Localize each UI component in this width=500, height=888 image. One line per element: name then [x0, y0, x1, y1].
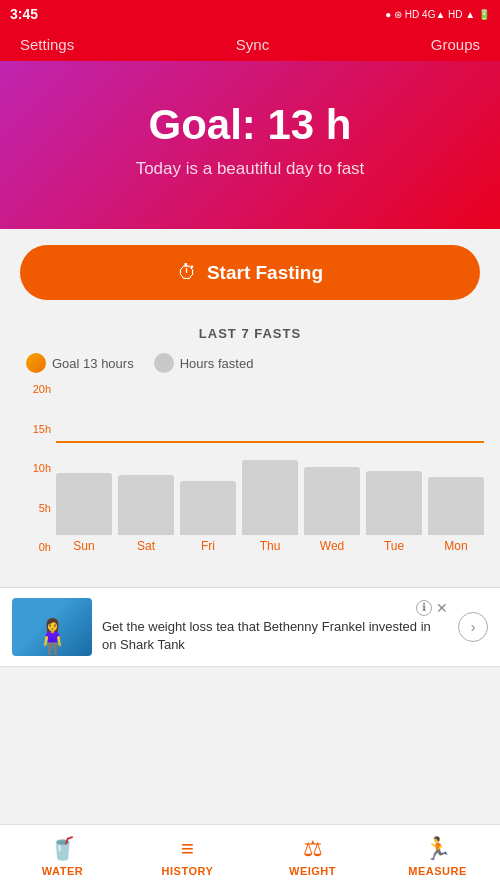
chart-wrapper: 20h 15h 10h 5h 0h SunSatFriThuWedTueMon — [16, 383, 484, 583]
groups-link[interactable]: Groups — [431, 36, 480, 53]
bar-group-wed: Wed — [304, 467, 360, 553]
chart-legend: Goal 13 hours Hours fasted — [16, 353, 484, 373]
ad-inner: 🧍‍♀️ ℹ ✕ Get the weight loss tea that Be… — [0, 588, 500, 666]
bar-tue — [366, 471, 422, 535]
bar-group-tue: Tue — [366, 471, 422, 553]
status-bar: 3:45 ● ⊛ HD 4G▲ HD ▲ 🔋 — [0, 0, 500, 28]
nav-measure-label: MEASURE — [408, 865, 467, 877]
goal-title: Goal: 13 h — [20, 101, 480, 149]
bottom-nav: 🥤 WATER ≡ HISTORY ⚖ WEIGHT 🏃 MEASURE — [0, 824, 500, 888]
fasted-dot — [154, 353, 174, 373]
legend-goal-label: Goal 13 hours — [52, 356, 134, 371]
nav-weight[interactable]: ⚖ WEIGHT — [250, 825, 375, 888]
bar-mon — [428, 477, 484, 535]
start-btn-label: Start Fasting — [207, 262, 323, 284]
button-container: ⏱ Start Fasting — [0, 229, 500, 316]
top-nav: Settings Sync Groups — [0, 28, 500, 61]
bar-label-mon: Mon — [444, 539, 467, 553]
ad-text: Get the weight loss tea that Bethenny Fr… — [102, 618, 448, 654]
chart-title: LAST 7 FASTS — [16, 326, 484, 341]
status-icons: ● ⊛ HD 4G▲ HD ▲ 🔋 — [385, 9, 490, 20]
ad-text-block: ℹ ✕ Get the weight loss tea that Bethenn… — [102, 600, 448, 654]
network-icons: ● ⊛ HD 4G▲ HD ▲ 🔋 — [385, 9, 490, 20]
nav-measure[interactable]: 🏃 MEASURE — [375, 825, 500, 888]
bar-label-sat: Sat — [137, 539, 155, 553]
ad-banner: 🧍‍♀️ ℹ ✕ Get the weight loss tea that Be… — [0, 587, 500, 667]
ad-image: 🧍‍♀️ — [12, 598, 92, 656]
ad-figure: 🧍‍♀️ — [30, 620, 75, 656]
bar-label-thu: Thu — [260, 539, 281, 553]
bar-group-mon: Mon — [428, 477, 484, 553]
nav-water[interactable]: 🥤 WATER — [0, 825, 125, 888]
chart-section: LAST 7 FASTS Goal 13 hours Hours fasted … — [0, 316, 500, 583]
nav-history-label: HISTORY — [162, 865, 214, 877]
hero-subtitle: Today is a beautiful day to fast — [20, 159, 480, 179]
legend-goal: Goal 13 hours — [26, 353, 134, 373]
nav-weight-label: WEIGHT — [289, 865, 336, 877]
y-label-5: 5h — [16, 502, 51, 514]
bar-group-fri: Fri — [180, 481, 236, 553]
bar-sun — [56, 473, 112, 535]
goal-dot — [26, 353, 46, 373]
bar-label-tue: Tue — [384, 539, 404, 553]
chart-bars: SunSatFriThuWedTueMon — [56, 383, 484, 553]
settings-link[interactable]: Settings — [20, 36, 74, 53]
timer-icon: ⏱ — [177, 261, 197, 284]
bar-fri — [180, 481, 236, 535]
ad-arrow-button[interactable]: › — [458, 612, 488, 642]
hero-section: Goal: 13 h Today is a beautiful day to f… — [0, 61, 500, 229]
ad-info-icon[interactable]: ℹ — [416, 600, 432, 616]
y-label-15: 15h — [16, 423, 51, 435]
bar-group-sat: Sat — [118, 475, 174, 553]
status-time: 3:45 — [10, 6, 38, 22]
bar-label-fri: Fri — [201, 539, 215, 553]
bar-wed — [304, 467, 360, 535]
history-icon: ≡ — [181, 836, 194, 862]
start-fasting-button[interactable]: ⏱ Start Fasting — [20, 245, 480, 300]
water-icon: 🥤 — [49, 836, 76, 862]
bar-sat — [118, 475, 174, 535]
y-label-0: 0h — [16, 541, 51, 553]
nav-history[interactable]: ≡ HISTORY — [125, 825, 250, 888]
legend-fasted: Hours fasted — [154, 353, 254, 373]
ad-close-button[interactable]: ✕ — [436, 600, 448, 616]
bars-container: SunSatFriThuWedTueMon — [56, 383, 484, 553]
measure-icon: 🏃 — [424, 836, 451, 862]
nav-water-label: WATER — [42, 865, 83, 877]
bar-group-thu: Thu — [242, 460, 298, 553]
weight-icon: ⚖ — [303, 836, 323, 862]
bar-label-wed: Wed — [320, 539, 344, 553]
legend-fasted-label: Hours fasted — [180, 356, 254, 371]
ad-control-row: ℹ ✕ — [102, 600, 448, 616]
bar-label-sun: Sun — [73, 539, 94, 553]
y-label-20: 20h — [16, 383, 51, 395]
sync-link[interactable]: Sync — [236, 36, 269, 53]
y-axis: 20h 15h 10h 5h 0h — [16, 383, 51, 553]
y-label-10: 10h — [16, 462, 51, 474]
bar-group-sun: Sun — [56, 473, 112, 553]
bar-thu — [242, 460, 298, 535]
